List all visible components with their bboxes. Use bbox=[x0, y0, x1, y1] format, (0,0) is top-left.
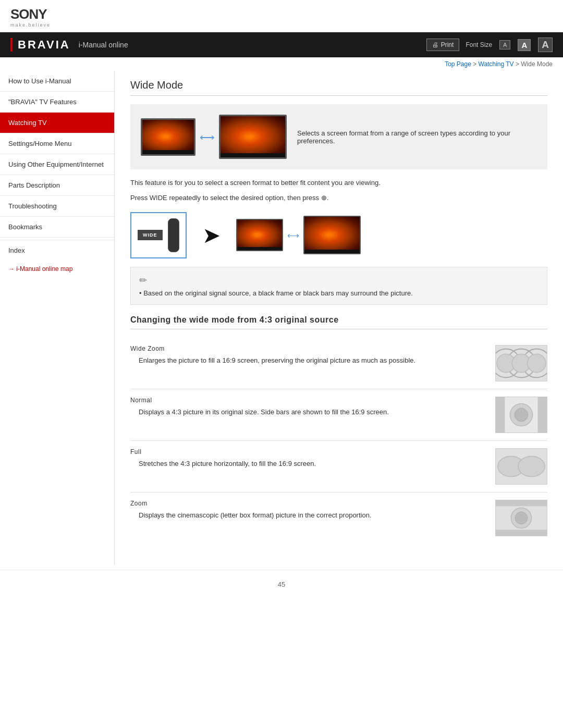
mode-row-full: Full Stretches the 4:3 picture horizonta… bbox=[130, 441, 547, 492]
tv-result-pair: ⟷ bbox=[236, 216, 361, 254]
sidebar-item-bookmarks[interactable]: Bookmarks bbox=[0, 217, 114, 238]
font-medium-button[interactable]: A bbox=[518, 39, 531, 51]
sidebar-item-how-to-use[interactable]: How to Use i-Manual bbox=[0, 71, 114, 92]
body-text-2: Press WIDE repeatedly to select the desi… bbox=[130, 193, 547, 204]
sidebar-item-settings[interactable]: Settings/Home Menu bbox=[0, 133, 114, 154]
note-icon: ✏ bbox=[139, 275, 538, 286]
wide-button-group: WIDE bbox=[130, 212, 187, 258]
sony-logo: SONY bbox=[10, 6, 553, 22]
breadcrumb: Top Page > Watching TV > Wide Mode bbox=[0, 57, 563, 71]
mode-desc-full: Stretches the 4:3 picture horizontally, … bbox=[130, 459, 495, 469]
tv-result-before bbox=[236, 219, 283, 251]
nav-title: i-Manual online bbox=[79, 41, 128, 49]
sidebar-item-using-other[interactable]: Using Other Equipment/Internet bbox=[0, 154, 114, 175]
svg-rect-17 bbox=[496, 500, 547, 506]
page-title: Wide Mode bbox=[130, 79, 547, 96]
normal-svg bbox=[496, 397, 547, 433]
map-link-anchor[interactable]: i-Manual online map bbox=[8, 265, 72, 273]
breadcrumb-current: Wide Mode bbox=[521, 60, 553, 68]
press-wide-row: WIDE ➤ ⟷ bbox=[130, 212, 547, 258]
font-small-button[interactable]: A bbox=[499, 40, 510, 50]
arrow-right-icon: ⟷ bbox=[287, 230, 299, 240]
body-text-1: This feature is for you to select a scre… bbox=[130, 178, 547, 189]
content-area: Wide Mode ⟷ Selects a screen format from… bbox=[115, 71, 563, 564]
print-icon: 🖨 bbox=[432, 41, 438, 48]
font-large-button[interactable]: A bbox=[538, 38, 553, 52]
sidebar-item-bravia-features[interactable]: "BRAVIA" TV Features bbox=[0, 92, 114, 113]
svg-point-15 bbox=[518, 456, 545, 476]
page-footer: 45 bbox=[0, 570, 563, 599]
tv-after bbox=[219, 115, 287, 159]
wide-mode-image-section: ⟷ Selects a screen format from a range o… bbox=[130, 104, 547, 169]
tv-result-after bbox=[303, 216, 361, 254]
mode-image-normal bbox=[495, 397, 547, 433]
svg-point-6 bbox=[528, 354, 546, 372]
mode-row-normal: Normal Displays a 4:3 picture in its ori… bbox=[130, 389, 547, 441]
mode-desc-zoom: Displays the cinemascopic (letter box fo… bbox=[130, 510, 495, 521]
mode-name-zoom: Zoom bbox=[130, 500, 495, 507]
nav-bar: BRAVIA i-Manual online 🖨 Print Font Size… bbox=[0, 32, 563, 57]
mode-info-wide-zoom: Wide Zoom Enlarges the picture to fill a… bbox=[130, 345, 495, 366]
print-button[interactable]: 🖨 Print bbox=[426, 39, 460, 51]
image-description: Selects a screen format from a range of … bbox=[297, 129, 537, 145]
zoom-svg bbox=[496, 500, 547, 536]
top-header: SONY make.believe bbox=[0, 0, 563, 32]
tv-before bbox=[141, 118, 195, 156]
sidebar-item-troubleshooting[interactable]: Troubleshooting bbox=[0, 196, 114, 217]
tv-image-pair: ⟷ bbox=[141, 115, 287, 159]
svg-rect-9 bbox=[537, 397, 547, 433]
arrow-forward-icon: ➤ bbox=[202, 223, 221, 248]
mode-row-zoom: Zoom Displays the cinemascopic (letter b… bbox=[130, 492, 547, 544]
sidebar-map-link[interactable]: i-Manual online map bbox=[0, 261, 114, 277]
mode-name-full: Full bbox=[130, 448, 495, 455]
mode-row-wide-zoom: Wide Zoom Enlarges the picture to fill a… bbox=[130, 338, 547, 389]
remote-control-mock bbox=[168, 218, 179, 252]
mode-desc-wide-zoom: Enlarges the picture to fill a 16:9 scre… bbox=[130, 355, 495, 366]
note-text: Based on the original signal source, a b… bbox=[139, 289, 538, 297]
sony-tagline: make.believe bbox=[10, 22, 553, 28]
sidebar: How to Use i-Manual "BRAVIA" TV Features… bbox=[0, 71, 115, 564]
mode-image-zoom bbox=[495, 500, 547, 536]
svg-point-12 bbox=[515, 408, 528, 421]
wide-key-mock: WIDE bbox=[138, 230, 163, 240]
mode-info-zoom: Zoom Displays the cinemascopic (letter b… bbox=[130, 500, 495, 521]
nav-bar-left: BRAVIA i-Manual online bbox=[10, 38, 128, 52]
breadcrumb-watching[interactable]: Watching TV bbox=[479, 60, 514, 68]
wide-zoom-svg bbox=[496, 345, 547, 381]
arrow-left-right-icon: ⟷ bbox=[200, 131, 215, 143]
sidebar-item-parts[interactable]: Parts Description bbox=[0, 175, 114, 196]
sidebar-item-watching-tv[interactable]: Watching TV bbox=[0, 113, 114, 133]
mode-desc-normal: Displays a 4:3 picture in its original s… bbox=[130, 407, 495, 417]
nav-bar-right: 🖨 Print Font Size A A A bbox=[426, 38, 553, 52]
main-layout: How to Use i-Manual "BRAVIA" TV Features… bbox=[0, 71, 563, 564]
mode-info-normal: Normal Displays a 4:3 picture in its ori… bbox=[130, 397, 495, 417]
mode-name-wide-zoom: Wide Zoom bbox=[130, 345, 495, 352]
svg-point-20 bbox=[515, 512, 528, 524]
sidebar-item-index[interactable]: Index bbox=[0, 240, 114, 261]
mode-name-normal: Normal bbox=[130, 397, 495, 404]
note-box: ✏ Based on the original signal source, a… bbox=[130, 267, 547, 305]
svg-rect-18 bbox=[496, 529, 547, 536]
bravia-logo: BRAVIA bbox=[10, 38, 70, 52]
mode-image-wide-zoom bbox=[495, 345, 547, 381]
font-size-label: Font Size bbox=[466, 41, 492, 48]
breadcrumb-top[interactable]: Top Page bbox=[445, 60, 471, 68]
full-svg bbox=[496, 448, 547, 485]
svg-rect-8 bbox=[496, 397, 505, 433]
page-number: 45 bbox=[278, 581, 285, 588]
mode-info-full: Full Stretches the 4:3 picture horizonta… bbox=[130, 448, 495, 469]
section-header: Changing the wide mode from 4:3 original… bbox=[130, 315, 547, 329]
mode-image-full bbox=[495, 448, 547, 485]
